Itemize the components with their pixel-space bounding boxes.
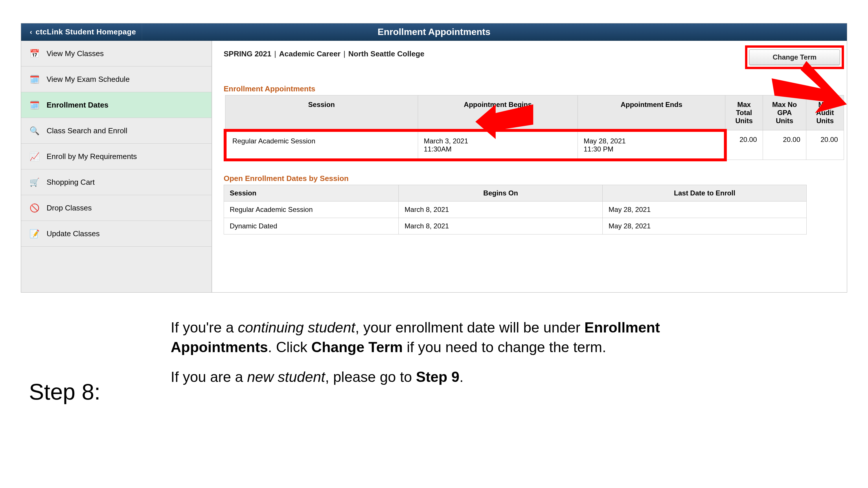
term-career: Academic Career [279,50,341,58]
col-ends: Appointment Ends [578,95,725,130]
sidebar-item-label: Enroll by My Requirements [46,152,137,161]
sidebar-item-label: View My Classes [46,49,103,58]
table-row: Regular Academic SessionMarch 3, 202111:… [225,130,844,160]
col-open-last: Last Date to Enroll [603,185,807,201]
step-label: Step 8: [29,379,100,405]
sidebar-item-label: Class Search and Enroll [46,126,127,135]
col-begins: Appointment Begins [418,95,578,130]
caption-p1: If you're a continuing student, your enr… [171,318,755,357]
enrollment-appointments-title: Enrollment Appointments [224,85,844,93]
term-code: SPRING 2021 [224,50,271,58]
col-session: Session [225,95,418,130]
titlebar: ‹ ctcLink Student Homepage Enrollment Ap… [21,24,847,41]
back-label: ctcLink Student Homepage [36,28,136,36]
col-max-audit: Max Audit Units [806,95,844,130]
table-row: Regular Academic SessionMarch 8, 2021May… [224,201,807,218]
enrollment-appointments-table: Session Appointment Begins Appointment E… [224,95,844,161]
content-area: SPRING 2021 | Academic Career | North Se… [212,41,847,292]
table-row: Dynamic DatedMarch 8, 2021May 28, 2021 [224,218,807,234]
term-institution: North Seattle College [348,50,425,58]
sidebar-item-label: Update Classes [46,229,100,238]
col-open-begins: Begins On [399,185,603,201]
open-enrollment-table: Session Begins On Last Date to Enroll Re… [224,185,807,234]
sidebar-item-class-search-and-enroll[interactable]: 🔍Class Search and Enroll [21,118,212,144]
sidebar-item-label: Enrollment Dates [46,101,108,109]
sidebar-item-view-my-classes-icon: 📅 [28,47,41,60]
sidebar-item-drop-classes[interactable]: 🚫Drop Classes [21,195,212,221]
change-term-highlight: Change Term [745,45,844,69]
sidebar-item-label: View My Exam Schedule [46,75,130,84]
caption-p2: If you are a new student, please go to S… [171,367,755,387]
sidebar-item-enrollment-dates[interactable]: 🗓️Enrollment Dates [21,92,212,118]
sidebar-item-label: Drop Classes [46,203,92,213]
sidebar: 📅View My Classes🗓️View My Exam Schedule🗓… [21,41,212,292]
sidebar-item-drop-classes-icon: 🚫 [28,201,41,214]
sidebar-item-enrollment-dates-icon: 🗓️ [28,99,41,111]
chevron-left-icon: ‹ [30,28,32,36]
sidebar-item-enroll-by-my-requirements-icon: 📈 [28,150,41,163]
change-term-button[interactable]: Change Term [749,50,840,65]
sidebar-item-shopping-cart[interactable]: 🛒Shopping Cart [21,169,212,195]
app-window: ‹ ctcLink Student Homepage Enrollment Ap… [21,23,847,293]
sidebar-item-shopping-cart-icon: 🛒 [28,176,41,189]
sidebar-item-view-my-exam-schedule-icon: 🗓️ [28,73,41,86]
sidebar-item-update-classes-icon: 📝 [28,227,41,240]
col-max-total: Max Total Units [725,95,763,130]
back-button[interactable]: ‹ ctcLink Student Homepage [21,24,142,40]
sidebar-item-update-classes[interactable]: 📝Update Classes [21,221,212,247]
open-enrollment-title: Open Enrollment Dates by Session [224,174,844,183]
col-open-session: Session [224,185,399,201]
sidebar-item-class-search-and-enroll-icon: 🔍 [28,124,41,137]
col-max-nogpa: Max No GPA Units [763,95,806,130]
page-title: Enrollment Appointments [378,27,490,37]
sidebar-item-enroll-by-my-requirements[interactable]: 📈Enroll by My Requirements [21,144,212,169]
sidebar-item-view-my-exam-schedule[interactable]: 🗓️View My Exam Schedule [21,66,212,92]
caption-area: Step 8: If you're a continuing student, … [0,318,868,387]
sidebar-item-view-my-classes[interactable]: 📅View My Classes [21,41,212,66]
sidebar-item-label: Shopping Cart [46,178,95,187]
